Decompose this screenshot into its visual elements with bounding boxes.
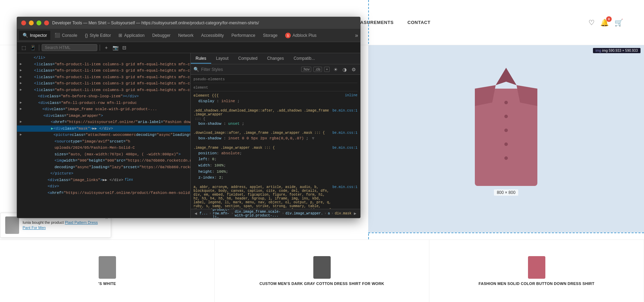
tab-storage[interactable]: Storage <box>259 31 281 40</box>
style-rule-display[interactable]: display : inline ; <box>193 98 357 105</box>
product-item-3[interactable]: FASHION MEN SOLID COLOR BUTTON DOWN DRES… <box>429 240 644 302</box>
style-rule-box-shadow-unset[interactable]: box-shadow : unset ; <box>193 121 357 127</box>
styles-filter-bar: 🔍 :hov .cls + ☀ ◑ ⚙ <box>191 64 360 75</box>
style-source-inline[interactable]: inline <box>345 93 357 98</box>
style-rule-zindex[interactable]: z-index: 2; <box>193 175 357 181</box>
html-line-17[interactable]: <img width= "900" height= "900" src= "ht… <box>17 157 190 164</box>
breadcrumb-item-active[interactable]: div.mask <box>335 212 352 215</box>
tab-performance[interactable]: Performance <box>228 31 259 40</box>
html-line-4[interactable]: ▶ <li class= "mfn-product-li-item column… <box>17 74 190 81</box>
add-pseudo-button[interactable]: + <box>324 67 330 72</box>
add-node-icon[interactable]: + <box>102 44 110 51</box>
wishlist-icon[interactable]: ♡ <box>588 18 595 27</box>
breadcrumb-item-3[interactable]: div.image_frame.scale-with-grid.product-… <box>235 210 281 218</box>
window-close-button[interactable] <box>21 21 26 25</box>
hover-pseudo-button[interactable]: :hov <box>301 67 311 72</box>
breadcrumb-back-button[interactable]: ◀ <box>193 211 198 216</box>
devtools-title: Developer Tools — Men Shirt – Suitsyours… <box>44 21 356 26</box>
screenshot-icon[interactable]: 📷 <box>112 44 119 51</box>
html-line-11[interactable]: ▶ <a href= "https://suitsyourself.online… <box>17 119 190 125</box>
html-line-18[interactable]: decoding= "async" loading= "lazy" srcset… <box>17 164 190 171</box>
tab-application[interactable]: ⊞ Application <box>115 31 148 40</box>
console-icon: ⬛ <box>55 33 60 38</box>
responsive-mode-icon[interactable]: 📱 <box>29 44 36 51</box>
html-line-16[interactable]: sizes= "auto, (max-width:767px) 480px, (… <box>17 151 190 158</box>
svg-point-7 <box>504 142 508 146</box>
html-line-21[interactable]: <div> <box>17 183 190 190</box>
html-line-12[interactable]: ▶ <div class= "mask" > ▶▶ </div> <box>17 125 190 132</box>
style-rule-position[interactable]: position: absolute; <box>193 150 357 157</box>
style-rule-box-shadow-inset[interactable]: box-shadow : inset 0 0 5px 2px rgba(0,0,… <box>193 136 357 142</box>
subtab-compat[interactable]: Compatib... <box>289 54 320 64</box>
html-line-14[interactable]: <source type= "image/avif" srcset= "h <box>17 138 190 145</box>
subtab-changes[interactable]: Changes <box>262 54 289 64</box>
light-theme-icon[interactable]: ☀ <box>332 66 339 73</box>
html-line-5[interactable]: ▶ <li class= "mfn-product-li-item column… <box>17 80 190 87</box>
html-line-2[interactable]: ▶ <li class= "mfn-product-li-item column… <box>17 61 190 68</box>
style-editor-icon: {} <box>85 33 88 38</box>
nav-contact[interactable]: CONTACT <box>407 20 430 25</box>
settings-styles-icon[interactable]: ⚙ <box>350 66 357 73</box>
html-line-10[interactable]: <div class= "image_wrapper" > <box>17 113 190 119</box>
breadcrumb-item-5[interactable]: a <box>328 212 330 215</box>
html-line-1[interactable]: </li> <box>17 55 190 61</box>
product-title-2: CUSTOM MEN'S DARK GRAY COTTON DRESS SHIR… <box>259 281 384 286</box>
devtools-window: Developer Tools — Men Shirt – Suitsyours… <box>17 17 361 218</box>
style-rule-width[interactable]: width: 100%; <box>193 163 357 169</box>
styles-content: pseudo-elements element element {{{ inli… <box>191 75 360 209</box>
window-minimize-button[interactable] <box>29 21 34 25</box>
breadcrumb-item-2[interactable]: div.mfn-li-product-row.mfn-li-product-ro… <box>213 209 230 218</box>
tab-adblock[interactable]: 1 Adblock Plus <box>282 31 320 40</box>
class-pseudo-button[interactable]: .cls <box>313 67 322 72</box>
html-line-3[interactable]: ▶ <li class= "mfn-product-li-item column… <box>17 67 190 74</box>
devtools-titlebar: Developer Tools — Men Shirt – Suitsyours… <box>17 17 360 29</box>
product-display-area: 800 × 800 img img 590.933 × 590.933 <box>368 45 644 232</box>
breadcrumb-forward-button[interactable]: ▶ <box>353 211 357 216</box>
cart-icon[interactable]: 🛒 <box>614 18 623 27</box>
html-line-9[interactable]: ▶ <div class= "image_frame scale-with-gr… <box>17 106 190 113</box>
window-maximize-button[interactable] <box>36 21 41 25</box>
subtab-computed[interactable]: Computed <box>233 54 262 64</box>
breadcrumb-item-4[interactable]: div.image_wrapper. <box>286 212 323 215</box>
tabs-overflow-button[interactable]: » <box>355 32 358 39</box>
product-strip: 'S WHITE CUSTOM MEN'S DARK GRAY COTTON D… <box>0 239 644 302</box>
html-line-7[interactable]: <div class= "mfn-before-shop-loop-item" … <box>17 93 190 100</box>
html-line-22[interactable]: <a href= "https://suitsyourself.online/p… <box>17 190 190 196</box>
product-item-2[interactable]: CUSTOM MEN'S DARK GRAY COTTON DRESS SHIR… <box>215 240 429 302</box>
breadcrumb-item-1[interactable]: f... <box>199 212 208 215</box>
product-thumb-2 <box>313 256 331 279</box>
tab-style-editor[interactable]: {} Style Editor <box>81 31 114 40</box>
html-line-6[interactable]: ▶ <li class= "mfn-product-li-item column… <box>17 87 190 93</box>
html-line-19[interactable]: </picture> <box>17 170 190 177</box>
search-html-input[interactable] <box>42 44 97 51</box>
style-source-bemin-4[interactable]: be.min.css:1 <box>332 185 357 209</box>
filter-styles-input[interactable] <box>201 67 299 72</box>
style-source-bemin-3[interactable]: be.min.css:1 <box>332 146 357 150</box>
html-line-20[interactable]: <div class= "image_links" > ▶▶ </div> fl… <box>17 177 190 183</box>
style-rule-left[interactable]: left: 0; <box>193 156 357 163</box>
product-item-1[interactable]: 'S WHITE <box>0 240 215 302</box>
notification-badge: 0 <box>606 16 612 22</box>
element-picker-icon[interactable]: ⬚ <box>20 44 27 51</box>
tab-network[interactable]: Network <box>175 31 197 40</box>
tab-console-label: Console <box>62 33 77 38</box>
html-line-15[interactable]: uploads/2024/05/Fashion-Men-Solid-C <box>17 145 190 151</box>
subtab-layout[interactable]: Layout <box>211 54 233 64</box>
tab-application-label: Application <box>124 33 145 38</box>
style-rule-height[interactable]: height: 100%; <box>193 169 357 175</box>
html-line-13[interactable]: ▶ <picture class= "attachment-woocommerc… <box>17 132 190 138</box>
subtab-rules[interactable]: Rules <box>191 54 211 64</box>
product-thumb-1 <box>99 256 116 279</box>
html-line-8[interactable]: ▶ <div class= "mfn-ll-product-row mfn-ll… <box>17 100 190 106</box>
tab-debugger[interactable]: Debugger <box>149 31 174 40</box>
tab-accessibility[interactable]: Accessibility <box>198 31 227 40</box>
product-thumb-3 <box>528 256 545 279</box>
style-source-bemin-1[interactable]: be.min.css:1 <box>332 109 357 116</box>
tab-inspector[interactable]: 🔍 Inspector <box>19 31 50 40</box>
tab-console[interactable]: ⬛ Console <box>51 31 81 40</box>
dark-theme-icon[interactable]: ◑ <box>341 66 348 73</box>
style-source-bemin-2[interactable]: be.min.css:1 <box>332 131 357 135</box>
filter-icon: 🔍 <box>193 67 199 72</box>
grid-layout-icon[interactable]: ⊟ <box>121 44 128 51</box>
account-icon[interactable]: 🔔 0 <box>600 18 609 27</box>
